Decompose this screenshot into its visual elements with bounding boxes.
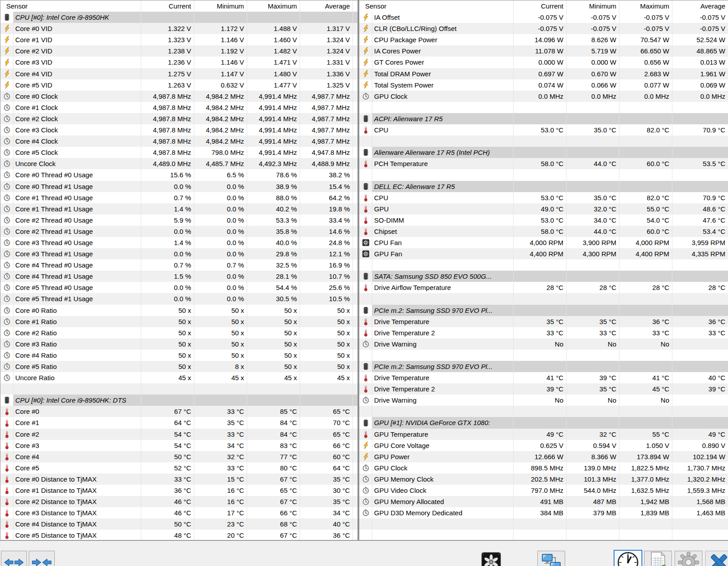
sensor-row[interactable]: Core #354 °C34 °C83 °C66 °C xyxy=(0,440,357,451)
sensor-row[interactable]: Core #4 Distance to TjMAX50 °C23 °C68 °C… xyxy=(0,518,357,530)
sensor-row[interactable]: CPU Fan4,000 RPM3,900 RPM4,000 RPM3,959 … xyxy=(359,237,728,248)
sensor-row[interactable]: Core #2 Thread #1 Usage0.0 %0.0 %35.8 %1… xyxy=(0,226,357,237)
section-header-row[interactable]: CPU [#0]: Intel Core i9-8950HK: DTS xyxy=(0,395,357,406)
sensor-row[interactable]: PCH Temperature58.0 °C44.0 °C60.0 °C53.5… xyxy=(359,158,728,169)
sensor-row[interactable]: Drive Temperature35 °C35 °C36 °C36 °C xyxy=(359,316,728,327)
sensor-row[interactable]: GPU D3D Memory Dedicated384 MB379 MB1,83… xyxy=(359,507,728,518)
sensor-row[interactable]: Core #2 VID1.238 V1.192 V1.482 V1.324 V xyxy=(0,45,357,57)
sensor-row[interactable]: Core #4 VID1.275 V1.147 V1.480 V1.336 V xyxy=(0,68,357,79)
sensor-row[interactable]: SO-DIMM53.0 °C34.0 °C54.0 °C47.6 °C xyxy=(359,215,728,226)
sensor-row[interactable]: Core #4 Clock4,987.8 MHz4,984.2 MHz4,991… xyxy=(0,136,357,147)
close-button[interactable] xyxy=(705,551,728,566)
sensor-row[interactable]: Core #4 Thread #0 Usage0.7 %0.7 %32.5 %1… xyxy=(0,259,357,271)
sensor-row[interactable]: Core #1 Ratio50 x50 x50 x50 x xyxy=(0,316,357,327)
sensor-row[interactable]: Core #5 VID1.263 V0.632 V1.477 V1.325 V xyxy=(0,79,357,91)
sensor-row[interactable]: Core #0 Ratio50 x50 x50 x50 x xyxy=(0,305,357,316)
col-header-average[interactable]: Average xyxy=(300,0,353,12)
sensor-row[interactable]: Core #1 Clock4,987.8 MHz4,984.2 MHz4,991… xyxy=(0,102,357,113)
sensor-row[interactable]: Core #2 Ratio50 x50 x50 x50 x xyxy=(0,327,357,338)
sensor-row[interactable]: Core #5 Distance to TjMAX48 °C20 °C67 °C… xyxy=(0,530,357,540)
section-header-row[interactable]: PCIe m.2: Samsung SSD 970 EVO Pl... xyxy=(359,361,728,372)
section-header-row[interactable]: GPU [#1]: NVIDIA GeForce GTX 1080: xyxy=(359,417,728,428)
sensor-row[interactable]: Core #2 Thread #0 Usage5.9 %0.0 %53.3 %3… xyxy=(0,215,357,226)
section-header-row[interactable]: SATA: Samsung SSD 850 EVO 500G... xyxy=(359,271,728,282)
expand-sensors-button[interactable] xyxy=(1,551,27,566)
sensor-row[interactable]: Core #552 °C33 °C80 °C64 °C xyxy=(0,462,357,474)
sensor-row[interactable]: Core #2 Clock4,987.8 MHz4,984.2 MHz4,991… xyxy=(0,113,357,124)
sensor-row[interactable]: Core #4 Thread #1 Usage1.5 %0.0 %28.1 %1… xyxy=(0,271,357,282)
sensor-row[interactable]: Core #3 Distance to TjMAX46 °C17 °C66 °C… xyxy=(0,507,357,518)
sensor-row[interactable]: Core #5 Thread #0 Usage0.0 %0.0 %54.4 %2… xyxy=(0,282,357,293)
sensor-row[interactable]: GPU Fan4,400 RPM4,300 RPM4,400 RPM4,335 … xyxy=(359,248,728,259)
sensor-row[interactable]: Core #3 Thread #0 Usage1.4 %0.0 %40.0 %2… xyxy=(0,237,357,248)
sensor-row[interactable]: Core #4 Ratio50 x50 x50 x50 x xyxy=(0,350,357,361)
sensor-row[interactable]: GPU Clock898.5 MHz139.0 MHz1,822.5 MHz1,… xyxy=(359,462,728,474)
sensor-row[interactable]: GPU Video Clock797.0 MHz544.0 MHz1,632.5… xyxy=(359,485,728,496)
sensor-row[interactable]: Drive Temperature41 °C39 °C41 °C40 °C xyxy=(359,372,728,383)
sensor-row[interactable]: Total DRAM Power0.697 W0.670 W2.683 W1.9… xyxy=(359,68,728,79)
sensor-row[interactable]: Core #1 Distance to TjMAX36 °C16 °C65 °C… xyxy=(0,485,357,496)
section-header-row[interactable]: PCIe m.2: Samsung SSD 970 EVO Pl... xyxy=(359,305,728,316)
col-header-current[interactable]: Current xyxy=(141,0,194,12)
sensor-row[interactable]: Core #2 Distance to TjMAX46 °C16 °C67 °C… xyxy=(0,496,357,507)
col-header-minimum[interactable]: Minimum xyxy=(194,0,247,12)
sensor-row[interactable]: IA Offset-0.075 V-0.075 V-0.075 V-0.075 … xyxy=(359,12,728,23)
sensor-row[interactable]: Core #0 Thread #0 Usage15.6 %6.5 %78.6 %… xyxy=(0,169,357,180)
sensor-row[interactable]: GPU Memory Allocated491 MB487 MB1,942 MB… xyxy=(359,496,728,507)
sensor-row[interactable]: CPU53.0 °C35.0 °C82.0 °C70.9 °C xyxy=(359,124,728,136)
col-header-average[interactable]: Average xyxy=(672,0,728,12)
sensor-row[interactable]: Core #164 °C35 °C84 °C70 °C xyxy=(0,417,357,428)
section-header-row[interactable]: CPU [#0]: Intel Core i9-8950HK xyxy=(0,12,357,23)
sensor-row[interactable]: Drive Airflow Temperature28 °C28 °C28 °C… xyxy=(359,282,728,293)
sensor-row[interactable]: CPU Package Power14.096 W8.626 W70.547 W… xyxy=(359,34,728,45)
col-header-minimum[interactable]: Minimum xyxy=(566,0,619,12)
sensor-row[interactable]: Core #254 °C33 °C84 °C65 °C xyxy=(0,429,357,440)
section-header-row[interactable]: DELL EC: Alienware 17 R5 xyxy=(359,181,728,192)
sensor-row[interactable]: Core #0 Thread #1 Usage0.0 %0.0 %38.9 %1… xyxy=(0,181,357,192)
sensor-row[interactable]: Total System Power0.074 W0.066 W0.077 W0… xyxy=(359,79,728,91)
sensor-row[interactable]: Chipset58.0 °C44.0 °C60.0 °C53.4 °C xyxy=(359,226,728,237)
sensor-row[interactable]: GPU Clock0.0 MHz0.0 MHz0.0 MHz0.0 MHz xyxy=(359,91,728,102)
sensor-row[interactable]: Core #5 Ratio50 x8 x50 x50 x xyxy=(0,361,357,372)
settings-button[interactable] xyxy=(675,551,702,566)
fan-control-button[interactable] xyxy=(481,553,501,566)
sensor-row[interactable]: Core #3 Thread #1 Usage0.0 %0.0 %29.8 %1… xyxy=(0,248,357,259)
sensor-row[interactable]: Drive Temperature 233 °C33 °C33 °C33 °C xyxy=(359,327,728,338)
sensor-row[interactable]: Core #1 VID1.323 V1.146 V1.460 V1.324 V xyxy=(0,34,357,45)
sensor-row[interactable]: GPU Core Voltage0.625 V0.594 V1.050 V0.8… xyxy=(359,440,728,451)
sensor-row[interactable]: Core #5 Clock4,987.8 MHz798.0 MHz4,991.4… xyxy=(0,147,357,158)
sensor-row[interactable]: Uncore Clock4,489.0 MHz4,485.7 MHz4,492.… xyxy=(0,158,357,169)
sensor-row[interactable]: Drive WarningNoNoNo xyxy=(359,395,728,406)
sensor-row[interactable]: Drive Temperature 239 °C35 °C45 °C39 °C xyxy=(359,383,728,395)
sensor-row[interactable]: GPU49.0 °C32.0 °C55.0 °C48.6 °C xyxy=(359,203,728,215)
sensor-row[interactable]: Core #5 Thread #1 Usage0.0 %0.0 %30.5 %1… xyxy=(0,293,357,304)
sensor-row[interactable]: Core #1 Thread #1 Usage1.4 %0.0 %40.2 %1… xyxy=(0,203,357,215)
sensor-row[interactable]: Core #0 Distance to TjMAX33 °C15 °C67 °C… xyxy=(0,474,357,485)
sensor-row[interactable]: Core #0 VID1.322 V1.172 V1.488 V1.317 V xyxy=(0,23,357,34)
col-header-maximum[interactable]: Maximum xyxy=(247,0,300,12)
col-header-sensor[interactable]: Sensor xyxy=(0,0,141,12)
sensor-row[interactable]: Core #3 Clock4,987.8 MHz4,984.2 MHz4,991… xyxy=(0,124,357,136)
col-header-maximum[interactable]: Maximum xyxy=(619,0,672,12)
sensor-row[interactable]: Core #1 Thread #0 Usage0.7 %0.0 %88.0 %6… xyxy=(0,192,357,203)
uptime-clock-button[interactable] xyxy=(614,550,642,566)
col-header-sensor[interactable]: Sensor xyxy=(359,0,513,12)
sensor-row[interactable]: CPU53.0 °C35.0 °C82.0 °C70.9 °C xyxy=(359,192,728,203)
section-header-row[interactable]: ACPI: Alienware 17 R5 xyxy=(359,113,728,124)
sensor-row[interactable]: Core #067 °C33 °C85 °C65 °C xyxy=(0,406,357,417)
collapse-sensors-button[interactable] xyxy=(29,551,55,566)
sensor-row[interactable]: GPU Memory Clock202.5 MHz101.3 MHz1,377.… xyxy=(359,474,728,485)
sensor-row[interactable]: Drive WarningNoNoNo xyxy=(359,338,728,350)
section-header-row[interactable]: Alienware Alienware 17 R5 (Intel PCH) xyxy=(359,147,728,158)
sensor-row[interactable]: Core #3 Ratio50 x50 x50 x50 x xyxy=(0,338,357,350)
sensor-row[interactable]: IA Cores Power11.078 W5.719 W66.650 W48.… xyxy=(359,45,728,57)
sensor-row[interactable]: Core #450 °C32 °C77 °C60 °C xyxy=(0,451,357,462)
sensor-row[interactable]: GT Cores Power0.000 W0.000 W0.656 W0.013… xyxy=(359,57,728,68)
sensor-row[interactable]: Core #0 Clock4,987.8 MHz4,984.2 MHz4,991… xyxy=(0,91,357,102)
report-log-button[interactable] xyxy=(644,551,672,566)
sensor-row[interactable]: Core #3 VID1.236 V1.146 V1.471 V1.331 V xyxy=(0,57,357,68)
col-header-current[interactable]: Current xyxy=(513,0,566,12)
sensor-row[interactable]: GPU Temperature49 °C32 °C55 °C49 °C xyxy=(359,429,728,440)
sensor-row[interactable]: GPU Power12.666 W8.366 W173.894 W102.194… xyxy=(359,451,728,462)
sensor-row[interactable]: CLR (CBo/LLC/Ring) Offset-0.075 V-0.075 … xyxy=(359,23,728,34)
